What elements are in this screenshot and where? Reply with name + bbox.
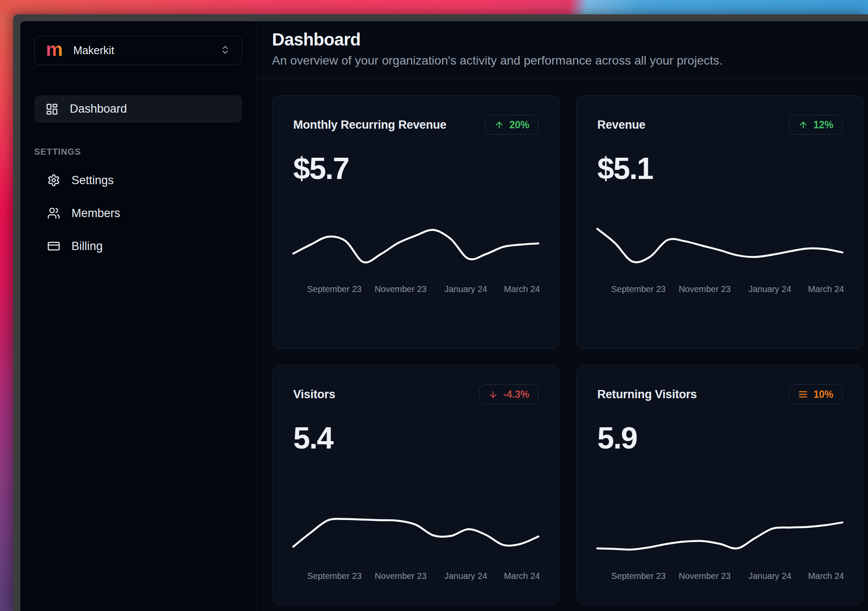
sidebar-item-dashboard[interactable]: Dashboard [34, 95, 242, 123]
sidebar: m Makerkit Dashboard SETTINGS Setti [20, 21, 256, 611]
metric-value: $5.7 [293, 151, 538, 186]
arrow-up-icon [798, 120, 808, 130]
arrow-down-icon [488, 390, 498, 400]
trend-value: 20% [509, 119, 529, 131]
chevrons-up-down-icon [220, 45, 230, 57]
metric-card: Revenue 12% $5.1 September 23 N [576, 95, 864, 349]
x-axis-label: November 23 [375, 284, 427, 294]
trend-badge: -4.3% [479, 384, 538, 404]
sparkline-svg [597, 500, 842, 565]
sidebar-item-settings[interactable]: Settings [34, 171, 242, 190]
x-axis-label: November 23 [679, 571, 731, 581]
dashboard-icon [45, 103, 58, 116]
sparkline-path [293, 519, 538, 546]
app-content: m Makerkit Dashboard SETTINGS Setti [20, 21, 868, 611]
sparkline-chart: September 23 November 23 January 24 Marc… [597, 213, 842, 296]
x-axis-label: January 24 [444, 571, 487, 581]
x-axis-label: March 24 [808, 284, 844, 294]
metric-title: Visitors [293, 388, 335, 401]
x-axis-label: September 23 [307, 571, 362, 581]
sidebar-item-label: Settings [71, 174, 114, 187]
x-axis-label: March 24 [504, 284, 540, 294]
x-axis-label: November 23 [375, 571, 427, 581]
x-axis-label: September 23 [307, 284, 362, 294]
sidebar-item-label: Dashboard [70, 102, 127, 116]
metric-value: 5.9 [597, 421, 842, 455]
x-axis: September 23 November 23 January 24 Marc… [597, 284, 842, 296]
sparkline-chart: September 23 November 23 January 24 Marc… [293, 500, 538, 582]
sidebar-item-label: Members [71, 207, 120, 220]
x-axis-label: March 24 [808, 571, 844, 581]
x-axis-label: March 24 [504, 571, 540, 581]
x-axis-label: January 24 [444, 284, 487, 294]
page-subtitle: An overview of your organization's activ… [272, 54, 852, 68]
app-window: m Makerkit Dashboard SETTINGS Setti [13, 14, 868, 611]
workspace-selector[interactable]: m Makerkit [34, 36, 242, 65]
metric-card-header: Visitors -4.3% [293, 384, 538, 404]
page-title: Dashboard [272, 30, 852, 49]
trend-badge: 20% [485, 115, 538, 135]
x-axis-label: January 24 [748, 284, 791, 294]
sparkline-svg [597, 213, 842, 278]
x-axis-label: January 24 [748, 571, 791, 581]
arrow-up-icon [494, 120, 504, 130]
credit-card-icon [47, 240, 60, 253]
metric-card: Visitors -4.3% 5.4 September 23 [272, 365, 560, 604]
metric-card-header: Monthly Recurring Revenue 20% [293, 115, 538, 135]
x-axis: September 23 November 23 January 24 Marc… [293, 571, 538, 582]
users-icon [47, 207, 60, 220]
sparkline-path [293, 230, 538, 262]
sidebar-item-members[interactable]: Members [34, 204, 242, 223]
sparkline-path [597, 523, 842, 550]
cards-grid: Monthly Recurring Revenue 20% $5.7 Sept [256, 79, 868, 604]
metric-card: Returning Visitors 10% 5.9 September 23 [576, 365, 864, 604]
sidebar-section-label: SETTINGS [34, 147, 242, 157]
trend-badge: 12% [789, 115, 842, 135]
sidebar-item-billing[interactable]: Billing [34, 237, 242, 256]
metric-title: Returning Visitors [597, 388, 697, 401]
metric-value: 5.4 [293, 421, 538, 455]
trend-neutral-icon [798, 389, 808, 400]
sparkline-svg [293, 500, 538, 565]
sparkline-path [597, 229, 842, 262]
metric-value: $5.1 [597, 151, 842, 186]
metric-card-header: Revenue 12% [597, 115, 842, 135]
metric-title: Revenue [597, 118, 645, 132]
trend-badge: 10% [789, 384, 842, 404]
metric-card: Monthly Recurring Revenue 20% $5.7 Sept [272, 95, 560, 349]
page-header: Dashboard An overview of your organizati… [256, 21, 868, 79]
metric-title: Monthly Recurring Revenue [293, 118, 447, 132]
x-axis-label: November 23 [679, 284, 731, 294]
main-content: Dashboard An overview of your organizati… [256, 21, 868, 611]
trend-value: 12% [813, 119, 833, 131]
sparkline-chart: September 23 November 23 January 24 Marc… [597, 500, 842, 582]
trend-value: -4.3% [503, 389, 529, 400]
sparkline-chart: September 23 November 23 January 24 Marc… [293, 213, 538, 296]
sidebar-item-label: Billing [71, 240, 103, 253]
sparkline-svg [293, 213, 538, 278]
x-axis: September 23 November 23 January 24 Marc… [597, 571, 842, 582]
metric-card-header: Returning Visitors 10% [597, 384, 842, 404]
x-axis-label: September 23 [611, 571, 666, 581]
sidebar-settings-group: Settings Members Billing [34, 171, 242, 256]
desktop-wallpaper [0, 0, 868, 15]
gear-icon [47, 174, 60, 187]
makerkit-logo: m [46, 40, 63, 59]
workspace-name: Makerkit [73, 44, 210, 57]
x-axis: September 23 November 23 January 24 Marc… [293, 284, 538, 296]
trend-value: 10% [813, 389, 833, 400]
x-axis-label: September 23 [611, 284, 666, 294]
